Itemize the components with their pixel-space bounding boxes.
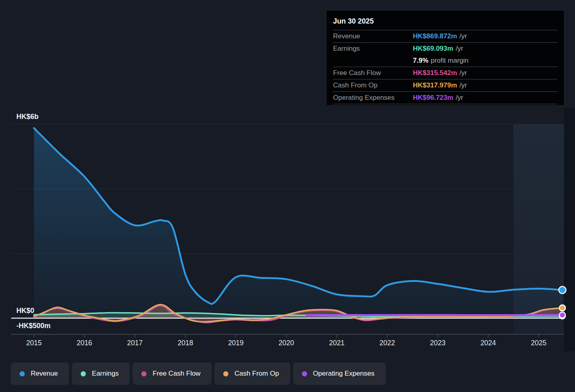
tooltip-label: Revenue [333,32,413,40]
tooltip-row-operating-expenses: Operating Expenses HK$96.723m /yr [333,91,557,104]
tooltip-value: HK$317.979m [413,81,457,89]
x-tick-label: 2022 [373,339,401,347]
legend-item-operating-expenses[interactable]: Operating Expenses [293,362,386,385]
tooltip-label: Free Cash Flow [333,69,413,77]
legend-label: Operating Expenses [313,370,375,378]
x-tick-label: 2018 [171,339,199,347]
legend-label: Free Cash Flow [153,370,200,378]
x-tick-label: 2020 [272,339,300,347]
legend-label: Revenue [31,370,58,378]
y-axis-label-6b: HK$6b [16,113,38,121]
x-tick-label: 2017 [121,339,149,347]
y-axis-label-zero: HK$0 [16,307,34,315]
y-axis-label-neg500m: -HK$500m [16,322,51,330]
tooltip-label: Earnings [333,45,413,53]
x-tick-label: 2015 [20,339,48,347]
tooltip-row-earnings: Earnings HK$69.093m /yr [333,42,557,55]
x-tick-label: 2025 [525,339,553,347]
tooltip-suffix: /yr [460,32,467,40]
tooltip-suffix: profit margin [431,57,468,65]
free-cash-flow-dot-icon [141,371,147,376]
tooltip-row-free-cash-flow: Free Cash Flow HK$315.542m /yr [333,67,557,79]
tooltip-value: HK$869.872m [413,32,457,40]
tooltip-label: Operating Expenses [333,94,413,102]
legend-item-revenue[interactable]: Revenue [11,362,69,385]
data-tooltip: Jun 30 2025 Revenue HK$869.872m /yr Earn… [327,11,564,105]
tooltip-date: Jun 30 2025 [333,15,557,30]
legend-item-free-cash-flow[interactable]: Free Cash Flow [133,362,212,385]
tooltip-value: 7.9% [413,57,428,65]
tooltip-suffix: /yr [460,69,467,77]
legend-item-earnings[interactable]: Earnings [72,362,130,385]
operating-expenses-dot-icon [302,371,307,376]
earnings-dot-icon [81,371,86,376]
x-tick-label: 2021 [323,339,351,347]
tooltip-row-profit-margin: 7.9% profit margin [333,55,557,67]
tooltip-value: HK$69.093m [413,45,453,53]
tooltip-row-revenue: Revenue HK$869.872m /yr [333,30,557,42]
tooltip-row-cash-from-op: Cash From Op HK$317.979m /yr [333,79,557,91]
x-tick-label: 2019 [222,339,250,347]
cash-from-op-dot-icon [223,371,228,376]
x-tick-label: 2024 [474,339,502,347]
legend: Revenue Earnings Free Cash Flow Cash Fro… [11,362,386,385]
tooltip-suffix: /yr [460,81,467,89]
x-tick-label: 2016 [70,339,98,347]
tooltip-value: HK$315.542m [413,69,457,77]
tooltip-suffix: /yr [456,94,463,102]
revenue-dot-icon [20,371,25,376]
tooltip-value: HK$96.723m [413,94,453,102]
x-tick-label: 2023 [424,339,452,347]
legend-item-cash-from-op[interactable]: Cash From Op [214,362,290,385]
tooltip-label: Cash From Op [333,81,413,89]
legend-label: Earnings [92,370,119,378]
legend-label: Cash From Op [234,370,279,378]
tooltip-suffix: /yr [456,45,463,53]
financials-chart-page: HK$6b HK$0 -HK$500m 20152016201720182019… [0,0,575,392]
